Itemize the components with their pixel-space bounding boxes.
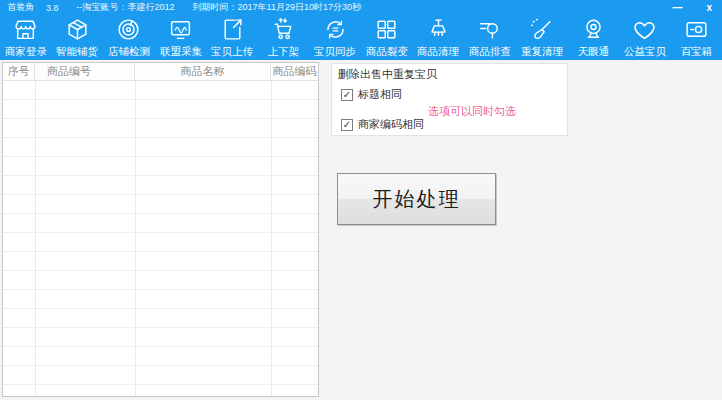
checkbox-same-title-label: 标题相同	[358, 87, 402, 102]
column-divider	[35, 81, 36, 396]
grid-icon	[374, 17, 399, 42]
app-title: 首装角	[7, 1, 34, 14]
toolbar-item-smart-stock[interactable]: 智能铺货	[52, 17, 104, 59]
toolbar-item-duplicate-clean[interactable]: 重复清理	[516, 17, 568, 59]
column-header-product-id[interactable]: 商品编号	[35, 63, 135, 80]
delete-duplicates-group: 删除出售中重复宝贝 ✓ 标题相同 选项可以同时勾选 ✓ 商家编码相同	[331, 63, 568, 136]
toolbar-item-item-inspect[interactable]: 商品排查	[464, 17, 516, 59]
group-title: 删除出售中重复宝贝	[338, 67, 437, 82]
toolbar-item-item-clean[interactable]: 商品清理	[413, 17, 465, 59]
toolbar-item-shop-check[interactable]: 店铺检测	[103, 17, 155, 59]
toolbar-item-merchant-login[interactable]: 商家登录	[0, 17, 52, 59]
table-header: 序号 商品编号 商品名称 商品编码	[3, 63, 318, 81]
package-icon	[65, 17, 90, 42]
column-divider	[135, 81, 136, 396]
toolbar-item-item-sync[interactable]: 宝贝同步	[309, 17, 361, 59]
app-window: 首装角 3.8 --淘宝账号：李建行2012 到期时间：2017年11月29日1…	[0, 0, 722, 400]
column-header-product-code[interactable]: 商品编码	[271, 63, 318, 80]
checkbox-checked-icon[interactable]: ✓	[341, 89, 353, 101]
brush-icon	[529, 17, 554, 42]
checkbox-checked-icon[interactable]: ✓	[341, 119, 353, 131]
column-header-product-name[interactable]: 商品名称	[135, 63, 271, 80]
toolbar: 商家登录 智能铺货 店铺检测	[0, 15, 722, 60]
close-button[interactable]: x	[702, 0, 716, 15]
main-content: 序号 商品编号 商品名称 商品编码 删除出售中重复宝贝 ✓ 标题相同 选项可以同…	[0, 60, 722, 400]
upload-doc-icon	[220, 17, 245, 42]
toolbar-item-shelf-updown[interactable]: 上下架	[258, 17, 310, 59]
toolbar-item-sky-eye[interactable]: 天眼通	[567, 17, 619, 59]
sync-icon	[323, 17, 348, 42]
minimize-button[interactable]: —	[668, 0, 686, 15]
column-header-index[interactable]: 序号	[3, 63, 35, 80]
heart-icon	[632, 17, 657, 42]
checkbox-same-code[interactable]: ✓ 商家编码相同	[341, 117, 424, 132]
webcam-icon	[581, 17, 606, 42]
toolbar-item-alliance-collect[interactable]: 联盟采集	[155, 17, 207, 59]
storefront-icon	[13, 17, 38, 42]
product-table: 序号 商品编号 商品名称 商品编码	[2, 62, 319, 397]
toolbar-item-item-upload[interactable]: 宝贝上传	[206, 17, 258, 59]
hint-text: 选项可以同时勾选	[428, 104, 516, 119]
search-list-icon	[477, 17, 502, 42]
toolbar-item-treasure-box[interactable]: 百宝箱	[671, 17, 722, 59]
account-info: --淘宝账号：李建行2012	[77, 1, 175, 14]
expire-info: 到期时间：2017年11月29日10时17分30秒	[193, 1, 361, 14]
treasure-box-icon	[684, 17, 709, 42]
window-controls: — x	[668, 0, 716, 15]
toolbar-item-item-fission[interactable]: 商品裂变	[361, 17, 413, 59]
checkbox-same-title[interactable]: ✓ 标题相同	[341, 87, 402, 102]
monitor-wave-icon	[168, 17, 193, 42]
checkbox-same-code-label: 商家编码相同	[358, 117, 424, 132]
start-processing-button[interactable]: 开始处理	[337, 173, 496, 225]
broom-icon	[426, 17, 451, 42]
radar-icon	[116, 17, 141, 42]
title-bar: 首装角 3.8 --淘宝账号：李建行2012 到期时间：2017年11月29日1…	[0, 0, 722, 15]
table-body[interactable]	[3, 81, 318, 396]
app-version: 3.8	[46, 3, 59, 13]
cart-arrows-icon	[271, 17, 296, 42]
toolbar-item-charity-items[interactable]: 公益宝贝	[619, 17, 671, 59]
column-divider	[271, 81, 272, 396]
